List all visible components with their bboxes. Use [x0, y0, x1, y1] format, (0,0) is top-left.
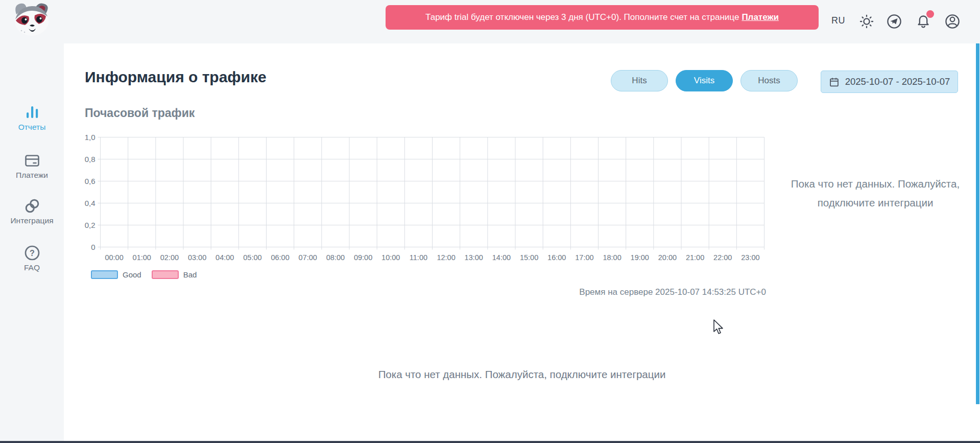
language-switcher[interactable]: RU — [831, 15, 845, 26]
vertical-scrollbar-thumb[interactable] — [976, 43, 979, 404]
server-time: Время на сервере 2025-10-07 14:53:25 UTC… — [511, 287, 766, 297]
page-title: Информация о трафике — [85, 68, 267, 86]
question-icon: ? — [0, 242, 64, 262]
integration-link-icon — [0, 195, 64, 215]
svg-text:00:00: 00:00 — [105, 253, 123, 262]
notification-badge — [926, 10, 934, 18]
legend-swatch-bad — [152, 270, 179, 279]
svg-text:14:00: 14:00 — [492, 253, 511, 262]
svg-text:0,6: 0,6 — [85, 177, 95, 185]
chart-legend: Good Bad — [91, 270, 197, 279]
svg-text:06:00: 06:00 — [271, 253, 289, 262]
telegram-icon[interactable] — [886, 13, 903, 30]
date-range-value: 2025-10-07 - 2025-10-07 — [845, 76, 950, 87]
svg-text:13:00: 13:00 — [465, 253, 483, 262]
legend-label-good: Good — [123, 270, 141, 279]
theme-sun-icon[interactable] — [858, 13, 875, 30]
sidebar-item-integration[interactable]: Интеграция — [0, 195, 64, 225]
tab-visits[interactable]: Visits — [676, 70, 733, 91]
svg-text:09:00: 09:00 — [354, 253, 372, 262]
legend-swatch-good — [91, 270, 118, 279]
date-range-picker[interactable]: 2025-10-07 - 2025-10-07 — [821, 71, 958, 93]
legend-item-bad[interactable]: Bad — [152, 270, 197, 279]
svg-text:0,4: 0,4 — [85, 199, 95, 207]
sidebar-label-payments: Платежи — [0, 171, 64, 180]
profile-icon[interactable] — [944, 13, 961, 30]
banner-text: Тариф trial будет отключен через 3 дня (… — [425, 12, 739, 22]
raccoon-logo[interactable] — [9, 1, 54, 37]
svg-text:11:00: 11:00 — [410, 253, 427, 262]
credit-card-icon — [0, 150, 64, 169]
svg-text:0,2: 0,2 — [85, 221, 95, 229]
svg-text:08:00: 08:00 — [326, 253, 345, 262]
tab-hits[interactable]: Hits — [611, 70, 668, 91]
sidebar-item-reports[interactable]: Отчеты — [0, 102, 64, 132]
bottom-edge-bar — [0, 441, 980, 443]
svg-text:19:00: 19:00 — [631, 253, 649, 262]
svg-text:22:00: 22:00 — [713, 253, 732, 262]
svg-text:02:00: 02:00 — [160, 253, 179, 262]
bottom-empty-message: Пока что нет данных. Пожалуйста, подключ… — [64, 368, 980, 381]
calendar-icon — [829, 77, 840, 87]
sidebar: Отчеты Платежи Интеграция — [0, 43, 64, 441]
banner-payments-link[interactable]: Платежи — [742, 12, 779, 22]
traffic-metric-tabs: Hits Visits Hosts — [611, 70, 798, 91]
sidebar-item-payments[interactable]: Платежи — [0, 150, 64, 180]
svg-text:17:00: 17:00 — [575, 253, 593, 262]
svg-text:07:00: 07:00 — [299, 253, 317, 262]
app-page: Тариф trial будет отключен через 3 дня (… — [0, 0, 980, 443]
legend-item-good[interactable]: Good — [91, 270, 141, 279]
chart-section-title: Почасовой трафик — [85, 106, 195, 120]
svg-text:04:00: 04:00 — [216, 253, 234, 262]
sidebar-item-faq[interactable]: ? FAQ — [0, 242, 64, 272]
svg-text:18:00: 18:00 — [603, 253, 621, 262]
tab-hosts[interactable]: Hosts — [740, 70, 798, 91]
svg-text:10:00: 10:00 — [381, 253, 400, 262]
notifications-bell-icon[interactable] — [915, 13, 932, 30]
svg-text:20:00: 20:00 — [658, 253, 677, 262]
svg-text:0,8: 0,8 — [85, 155, 95, 164]
svg-text:01:00: 01:00 — [133, 253, 151, 262]
svg-text:0: 0 — [91, 243, 95, 251]
trial-warning-banner: Тариф trial будет отключен через 3 дня (… — [386, 5, 819, 30]
svg-text:1,0: 1,0 — [85, 134, 95, 142]
sidebar-label-faq: FAQ — [0, 263, 64, 272]
svg-text:?: ? — [30, 249, 35, 258]
svg-text:15:00: 15:00 — [520, 253, 538, 262]
svg-text:05:00: 05:00 — [243, 253, 261, 262]
svg-text:16:00: 16:00 — [547, 253, 566, 262]
sidebar-label-reports: Отчеты — [0, 123, 64, 132]
svg-text:12:00: 12:00 — [437, 253, 455, 262]
chart-grid: 1,00,80,60,40,2000:0001:0002:0003:0004:0… — [82, 134, 774, 263]
hourly-traffic-chart: 1,00,80,60,40,2000:0001:0002:0003:0004:0… — [82, 134, 774, 263]
svg-text:23:00: 23:00 — [741, 253, 759, 262]
legend-label-bad: Bad — [183, 270, 197, 279]
svg-text:03:00: 03:00 — [188, 253, 206, 262]
svg-text:21:00: 21:00 — [686, 253, 704, 262]
mouse-cursor — [713, 319, 725, 336]
bar-chart-icon — [0, 102, 64, 121]
top-bar: Тариф trial будет отключен через 3 дня (… — [0, 0, 980, 43]
sidebar-label-integration: Интеграция — [0, 216, 64, 225]
chart-empty-message: Пока что нет данных. Пожалуйста, подключ… — [786, 174, 964, 212]
